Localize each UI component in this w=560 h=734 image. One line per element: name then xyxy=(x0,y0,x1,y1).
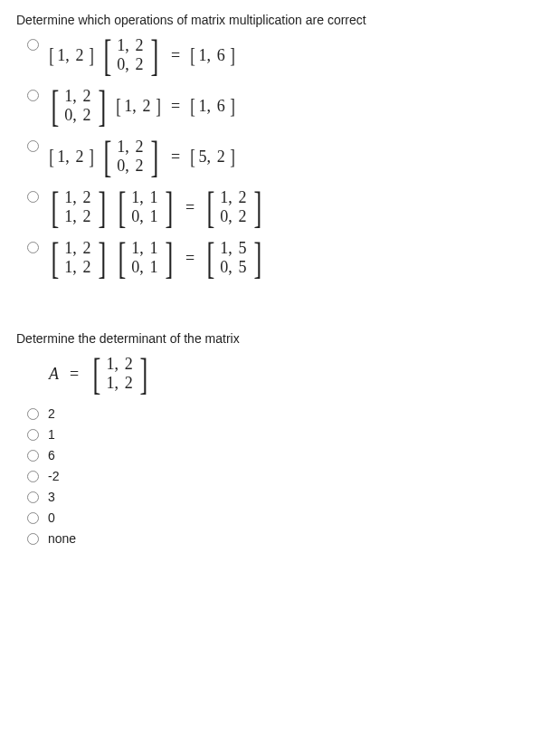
bracket-left-icon: [ xyxy=(207,241,215,274)
q1-option-1[interactable]: [1,2][1,20,2]=[1,6] xyxy=(27,36,544,74)
matrix: [1,6] xyxy=(189,95,236,117)
matrix-rows: 1,6 xyxy=(196,46,229,65)
matrix-rows: 1,20,2 xyxy=(62,87,95,125)
q2-option-1[interactable]: 2 xyxy=(27,405,544,421)
matrix-row: 1,2 xyxy=(64,87,93,106)
matrix-cell: 1 xyxy=(147,239,160,258)
q2-option-3[interactable]: 6 xyxy=(27,447,544,462)
equation: [1,2][1,20,2]=[1,6] xyxy=(48,36,236,74)
bracket-left-icon: [ xyxy=(52,89,60,122)
bracket-left-icon: [ xyxy=(190,44,195,66)
bracket-left-icon: [ xyxy=(190,146,195,167)
matrix-cell: 2 xyxy=(122,355,135,374)
matrix: [1,2] xyxy=(48,146,95,167)
matrix-rows: 1,20,2 xyxy=(115,138,147,176)
equation: [1,21,2][1,10,1]=[1,50,5] xyxy=(48,239,265,277)
matrix-row: 1,1 xyxy=(131,239,160,258)
q2-option-4[interactable]: -2 xyxy=(27,468,544,483)
bracket-right-icon: ] xyxy=(151,139,159,173)
q2-option-1-radio[interactable] xyxy=(27,408,39,420)
q2-option-7-radio[interactable] xyxy=(27,533,39,545)
q1-option-3[interactable]: [1,2][1,20,2]=[5,2] xyxy=(27,138,544,176)
matrix-cell: 2 xyxy=(81,207,93,226)
matrix-row: 5,2 xyxy=(198,148,227,167)
matrix-rows: 5,2 xyxy=(196,148,229,167)
equation: [1,21,2][1,10,1]=[1,20,2] xyxy=(48,188,265,226)
matrix: [1,21,2] xyxy=(48,239,109,277)
matrix-cell: 2 xyxy=(140,97,153,116)
question-1-prompt: Determine which operations of matrix mul… xyxy=(16,13,544,27)
equals-sign: = xyxy=(171,46,180,65)
matrix-row: 0,5 xyxy=(220,258,249,277)
matrix-rows: 1,2 xyxy=(55,148,88,167)
matrix-cell: 0, xyxy=(117,55,129,74)
matrix-cell: 0, xyxy=(131,258,144,277)
matrix-cell: 2 xyxy=(133,138,146,157)
matrix: [1,2] xyxy=(48,44,95,66)
matrix-rows: 1,20,2 xyxy=(115,36,147,74)
bracket-right-icon: ] xyxy=(151,38,159,71)
q1-option-1-radio[interactable] xyxy=(27,39,39,51)
q1-option-4[interactable]: [1,21,2][1,10,1]=[1,20,2] xyxy=(27,188,544,226)
q1-option-2-radio[interactable] xyxy=(27,90,39,101)
q2-option-6-label: 0 xyxy=(48,510,55,525)
bracket-right-icon: ] xyxy=(166,190,174,224)
matrix-cell: 0, xyxy=(220,207,233,226)
q1-option-3-radio[interactable] xyxy=(27,140,39,152)
bracket-right-icon: ] xyxy=(99,89,107,122)
bracket-left-icon: [ xyxy=(93,357,101,390)
q2-option-2-radio[interactable] xyxy=(27,429,39,441)
matrix-rows: 1,20,2 xyxy=(218,188,251,226)
q2-option-4-radio[interactable] xyxy=(27,471,39,482)
equals-sign: = xyxy=(171,97,180,116)
matrix: [1,20,2] xyxy=(100,36,162,74)
matrix: [1,21,2] xyxy=(90,355,151,393)
q1-option-4-radio[interactable] xyxy=(27,191,39,203)
matrix-cell: 1, xyxy=(64,87,77,106)
matrix-cell: 2 xyxy=(73,148,86,167)
equals-sign: = xyxy=(185,249,195,268)
bracket-left-icon: [ xyxy=(49,146,54,167)
matrix-row: 0,2 xyxy=(64,106,93,125)
bracket-right-icon: ] xyxy=(166,241,174,274)
matrix-row: 1,2 xyxy=(57,46,86,65)
matrix-cell: 1, xyxy=(198,97,211,116)
q2-option-6[interactable]: 0 xyxy=(27,510,544,525)
q2-option-5[interactable]: 3 xyxy=(27,489,544,504)
matrix: [1,10,1] xyxy=(115,188,176,226)
matrix-row: 0,1 xyxy=(131,258,160,277)
matrix-variable: A xyxy=(49,365,59,384)
matrix-row: 0,2 xyxy=(117,55,146,74)
bracket-right-icon: ] xyxy=(99,190,107,224)
matrix-rows: 1,2 xyxy=(122,97,155,116)
matrix-cell: 1, xyxy=(64,239,77,258)
matrix-cell: 1, xyxy=(220,188,233,207)
q2-option-5-radio[interactable] xyxy=(27,491,39,503)
matrix-cell: 2 xyxy=(133,55,146,74)
matrix-cell: 2 xyxy=(214,148,227,167)
q2-option-2[interactable]: 1 xyxy=(27,426,544,442)
matrix-cell: 2 xyxy=(122,374,135,393)
matrix-cell: 5 xyxy=(236,239,249,258)
matrix-rows: 1,6 xyxy=(196,97,229,116)
q1-option-5[interactable]: [1,21,2][1,10,1]=[1,50,5] xyxy=(27,239,544,277)
matrix: [1,2] xyxy=(115,95,162,117)
q2-option-3-radio[interactable] xyxy=(27,450,39,462)
bracket-left-icon: [ xyxy=(190,95,195,117)
matrix-row: 0,2 xyxy=(117,157,146,176)
matrix-cell: 2 xyxy=(236,188,249,207)
q2-option-6-radio[interactable] xyxy=(27,512,39,524)
equation: [1,20,2][1,2]=[1,6] xyxy=(48,87,236,125)
matrix-rows: 1,21,2 xyxy=(62,188,95,226)
q1-option-2[interactable]: [1,20,2][1,2]=[1,6] xyxy=(27,87,544,125)
q1-option-5-radio[interactable] xyxy=(27,242,39,253)
bracket-left-icon: [ xyxy=(104,38,112,71)
question-1: Determine which operations of matrix mul… xyxy=(16,13,544,277)
matrix: [1,20,2] xyxy=(48,87,109,125)
q2-option-7[interactable]: none xyxy=(27,530,544,546)
matrix-row: 1,2 xyxy=(117,36,146,55)
bracket-left-icon: [ xyxy=(116,95,121,117)
question-2: Determine the determinant of the matrix … xyxy=(16,331,544,546)
bracket-right-icon: ] xyxy=(230,44,235,66)
matrix-rows: 1,21,2 xyxy=(104,355,137,393)
